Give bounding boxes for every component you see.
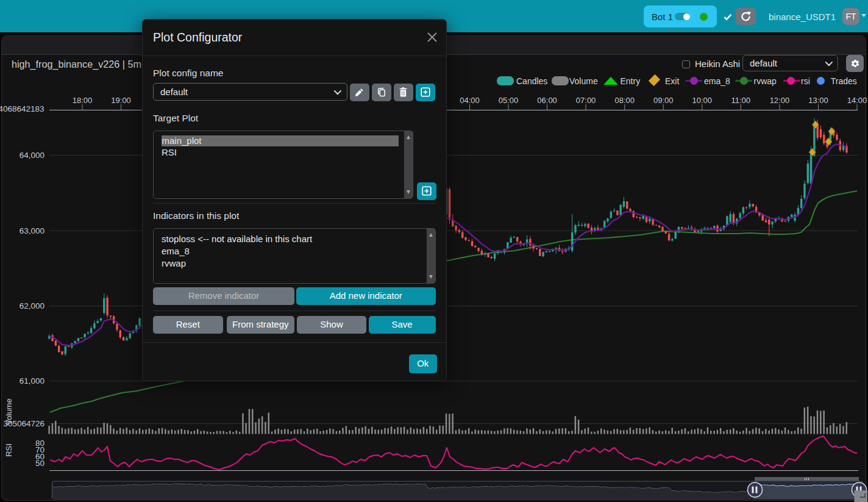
svg-text:04:00: 04:00 [460, 96, 480, 105]
svg-text:RSI: RSI [4, 443, 13, 457]
svg-text:10:00: 10:00 [692, 96, 713, 105]
svg-text:18:00: 18:00 [73, 96, 93, 105]
svg-text:Volume: Volume [4, 398, 13, 425]
svg-text:62,000: 62,000 [20, 301, 44, 310]
svg-text:11:00: 11:00 [731, 96, 751, 105]
svg-text:08:00: 08:00 [614, 96, 635, 105]
svg-text:19:00: 19:00 [111, 96, 131, 105]
svg-text:14:00: 14:00 [847, 96, 867, 105]
svg-text:63,000: 63,000 [20, 226, 44, 235]
svg-text:12:00: 12:00 [770, 96, 790, 105]
svg-text:4068642183: 4068642183 [0, 104, 44, 113]
svg-text:50: 50 [35, 459, 44, 468]
svg-text:64,000: 64,000 [20, 151, 44, 160]
svg-text:05:00: 05:00 [499, 96, 519, 105]
svg-text:09:00: 09:00 [653, 96, 674, 105]
svg-text:13:00: 13:00 [808, 96, 828, 105]
svg-text:61,000: 61,000 [20, 376, 44, 385]
svg-text:07:00: 07:00 [576, 96, 596, 105]
svg-text:06:00: 06:00 [537, 96, 557, 105]
